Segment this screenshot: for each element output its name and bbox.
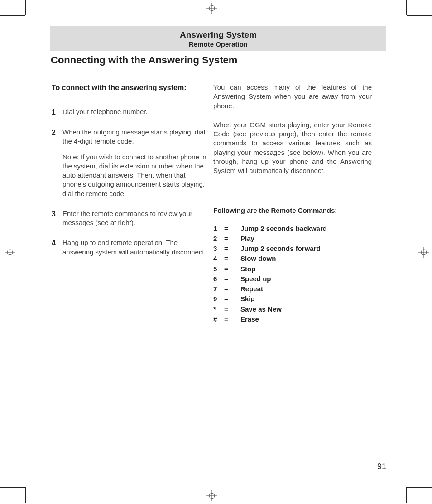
command-eq: = [221,224,240,234]
command-eq: = [221,274,240,284]
step-note: Note: If you wish to connect to another … [62,153,210,198]
registration-mark-icon [206,490,216,499]
registration-mark-icon [206,3,216,12]
command-desc: Speed up [240,274,327,284]
command-desc: Jump 2 seconds forward [240,244,327,254]
command-eq: = [221,254,240,264]
remote-commands-title: Following are the Remote Commands: [213,206,372,215]
command-row: 9=Skip [213,294,327,304]
command-desc: Play [240,234,327,244]
page: Answering System Remote Operation Connec… [0,0,432,504]
left-lead: To connect with the answering system: [52,83,210,93]
command-key: 9 [213,294,221,304]
step-2: 2 When the outgoing message starts playi… [52,128,210,198]
right-paragraph: When your OGM starts playing, enter your… [213,120,372,176]
step-text: Hang up to end remote operation. The ans… [62,238,210,257]
step-number: 3 [52,209,62,228]
command-key: 3 [213,244,221,254]
step-4: 4 Hang up to end remote operation. The a… [52,238,210,257]
banner-title: Answering System [50,30,386,40]
command-key: 5 [213,264,221,274]
command-eq: = [221,304,240,314]
crop-mark [25,0,26,15]
crop-mark [407,15,432,16]
banner-subtitle: Remote Operation [50,40,386,48]
command-key: 7 [213,284,221,294]
command-row: 2=Play [213,234,327,244]
command-desc: Save as New [240,304,327,314]
command-key: 4 [213,254,221,264]
right-column: You can access many of the features of t… [213,83,372,324]
command-row: 5=Stop [213,264,327,274]
crop-mark [407,487,432,488]
command-row: *=Save as New [213,304,327,314]
command-key: * [213,304,221,314]
crop-mark [25,487,26,503]
step-1: 1 Dial your telephone number. [52,107,210,117]
step-number: 4 [52,238,62,257]
command-key: # [213,314,221,324]
step-number: 2 [52,128,62,198]
crop-mark [406,487,407,503]
crop-mark [0,15,25,16]
command-key: 6 [213,274,221,284]
command-desc: Stop [240,264,327,274]
command-eq: = [221,294,240,304]
crop-mark [406,0,407,15]
command-row: 4=Slow down [213,254,327,264]
command-eq: = [221,234,240,244]
command-key: 2 [213,234,221,244]
section-title: Connecting with the Answering System [51,54,237,66]
registration-mark-icon [418,247,427,256]
step-text: Dial your telephone number. [62,107,210,116]
header-banner: Answering System Remote Operation [50,26,386,51]
command-desc: Slow down [240,254,327,264]
command-eq: = [221,264,240,274]
crop-mark [0,487,25,488]
command-key: 1 [213,224,221,234]
command-row: 7=Repeat [213,284,327,294]
right-paragraph: You can access many of the features of t… [213,83,372,110]
step-3: 3 Enter the remote commands to review yo… [52,209,210,228]
page-number: 91 [377,462,386,471]
remote-commands-table: 1=Jump 2 seconds backward 2=Play 3=Jump … [213,224,327,325]
command-desc: Repeat [240,284,327,294]
command-desc: Skip [240,294,327,304]
command-desc: Erase [240,314,327,324]
registration-mark-icon [5,247,14,256]
command-eq: = [221,244,240,254]
command-eq: = [221,314,240,324]
command-desc: Jump 2 seconds backward [240,224,327,234]
command-row: #=Erase [213,314,327,324]
command-row: 3=Jump 2 seconds forward [213,244,327,254]
command-eq: = [221,284,240,294]
command-row: 6=Speed up [213,274,327,284]
step-text: Enter the remote commands to review your… [62,209,210,228]
step-text: When the outgoing message starts playing… [62,128,210,146]
left-column: To connect with the answering system: 1 … [52,83,210,268]
command-row: 1=Jump 2 seconds backward [213,224,327,234]
step-number: 1 [52,107,62,117]
